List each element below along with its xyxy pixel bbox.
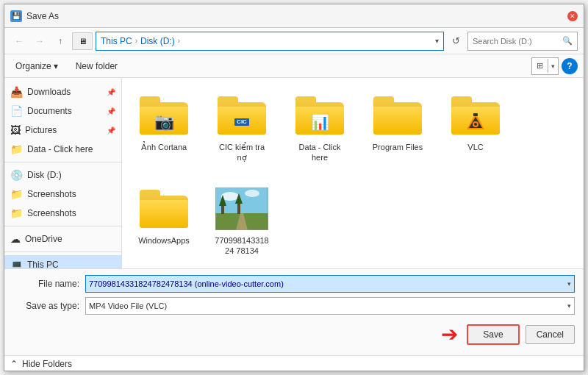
breadcrumb-this-pc[interactable]: This PC: [101, 36, 132, 46]
folder-inner-cortana: 📷: [146, 114, 182, 130]
pictures-icon: 🖼: [10, 124, 21, 136]
svg-rect-4: [473, 113, 478, 116]
back-button[interactable]: ←: [10, 32, 28, 50]
filename-label: File name:: [13, 279, 79, 289]
search-box[interactable]: 🔍: [467, 32, 578, 51]
save-button[interactable]: Save: [467, 324, 519, 345]
folder-shape-vlc: [451, 96, 500, 135]
folder-shape-data: 📊: [295, 96, 344, 135]
file-item-windows-apps[interactable]: WindowsApps: [131, 180, 197, 262]
new-folder-button[interactable]: New folder: [69, 58, 124, 74]
bottom-bar: File name: ▾ Save as type: MP4 Video Fil…: [4, 268, 584, 355]
drives-section: 💿 Disk (D:) 📁 Screenshots 📁 Screenshots: [4, 164, 121, 224]
file-item-data-click[interactable]: 📊 Data - Click here: [287, 87, 353, 168]
sidebar-divider1: [4, 162, 121, 162]
sidebar-label-screenshots1: Screenshots: [27, 189, 115, 199]
savetype-dropdown-arrow[interactable]: ▾: [564, 302, 574, 310]
address-dropdown-arrow[interactable]: ▾: [435, 37, 439, 45]
folder-shape-wa: [140, 190, 188, 228]
close-button[interactable]: ✕: [567, 11, 578, 21]
file-item-program-files[interactable]: Program Files: [365, 87, 431, 168]
red-arrow-indicator: ➔: [441, 322, 458, 346]
sidebar-divider3: [4, 251, 121, 252]
folder-icon-windows-apps: [137, 185, 190, 232]
main-content: 📥 Downloads 📌 📄 Documents 📌 🖼 Pictures 📌…: [4, 78, 584, 268]
title-bar: 💾 Save As ✕: [4, 4, 584, 28]
pin-icon-downloads: 📌: [107, 88, 115, 96]
sidebar-label-data: Data - Click here: [27, 144, 115, 154]
folder-front-wa: [140, 200, 188, 228]
downloads-icon: 📥: [10, 86, 23, 98]
view-button[interactable]: ⊞ ▾: [531, 57, 559, 75]
folder-inner-cic: CIC: [223, 114, 260, 130]
sidebar-item-data-click[interactable]: 📁 Data - Click here: [4, 140, 121, 159]
savetype-value: MP4 Video File (VLC): [86, 301, 564, 310]
sidebar-divider2: [4, 226, 121, 226]
file-grid: 📷 Ảnh Cortana: [131, 87, 575, 261]
location-icon-area: 🖥: [72, 32, 93, 50]
folder-icon-cic: CIC: [215, 92, 268, 139]
sidebar-item-onedrive[interactable]: ☁ OneDrive: [4, 229, 121, 249]
organize-button[interactable]: Organize ▾: [10, 58, 63, 74]
data-folder-icon: 📁: [10, 143, 23, 155]
view-dropdown-arrow[interactable]: ▾: [548, 60, 558, 72]
file-item-photo[interactable]: 77099814331824 78134: [209, 180, 275, 262]
savetype-row: Save as type: MP4 Video File (VLC) ▾: [13, 297, 575, 315]
buttons-row: ➔ Save Cancel: [13, 319, 575, 349]
sidebar-item-documents[interactable]: 📄 Documents 📌: [4, 101, 121, 121]
folder-shape-cic: CIC: [218, 96, 266, 135]
cancel-button[interactable]: Cancel: [526, 325, 575, 344]
folder-inner-data: 📊: [301, 114, 338, 130]
file-name-cic: CIC kiểm tra nợ: [214, 142, 270, 163]
sidebar-item-screenshots2[interactable]: 📁 Screenshots: [4, 204, 121, 223]
organize-toolbar: Organize ▾ New folder ⊞ ▾ ?: [4, 54, 584, 78]
breadcrumb-sep1: ›: [135, 37, 137, 45]
sidebar-item-this-pc[interactable]: 💻 This PC: [4, 255, 121, 268]
documents-icon: 📄: [10, 105, 23, 117]
view-grid-icon: ⊞: [532, 59, 548, 73]
pin-icon-documents: 📌: [107, 107, 115, 115]
filename-input[interactable]: [86, 279, 564, 288]
folder-icon-vlc: [449, 92, 502, 139]
file-name-program-files: Program Files: [373, 142, 423, 152]
sidebar-label-onedrive: OneDrive: [25, 234, 115, 244]
svg-point-3: [474, 123, 477, 126]
sidebar-item-pictures[interactable]: 🖼 Pictures 📌: [4, 121, 121, 140]
folder-icon-data: 📊: [293, 92, 346, 139]
sidebar-item-disk-d[interactable]: 💿 Disk (D:): [4, 165, 121, 185]
sidebar-label-documents: Documents: [27, 106, 102, 116]
address-bar[interactable]: This PC › Disk (D:) › ▾: [96, 32, 444, 51]
file-name-photo: 77099814331824 78134: [214, 235, 270, 257]
filename-dropdown-arrow[interactable]: ▾: [564, 280, 574, 288]
photo-thumbnail-svg: [215, 188, 268, 230]
sidebar-item-downloads[interactable]: 📥 Downloads 📌: [4, 82, 121, 101]
breadcrumb-disk-d[interactable]: Disk (D:): [140, 36, 175, 46]
sidebar-label-screenshots2: Screenshots: [27, 208, 115, 218]
organize-dropdown-icon: ▾: [54, 61, 58, 71]
sidebar: 📥 Downloads 📌 📄 Documents 📌 🖼 Pictures 📌…: [4, 78, 122, 268]
quick-access-section: 📥 Downloads 📌 📄 Documents 📌 🖼 Pictures 📌…: [4, 81, 121, 160]
forward-button[interactable]: →: [31, 32, 49, 50]
file-name-windows-apps: WindowsApps: [138, 235, 190, 246]
folder-icon-program-files: [371, 92, 424, 139]
hide-folders-bar[interactable]: ⌃ Hide Folders: [4, 355, 584, 371]
file-area: 📷 Ảnh Cortana: [122, 78, 584, 268]
organize-label: Organize: [15, 61, 51, 71]
file-item-vlc[interactable]: VLC: [442, 87, 509, 168]
search-input[interactable]: [473, 37, 559, 46]
savetype-select-wrap[interactable]: MP4 Video File (VLC) ▾: [85, 297, 575, 315]
file-item-cic[interactable]: CIC CIC kiểm tra nợ: [209, 87, 275, 168]
folder-front-vlc: [451, 107, 500, 135]
help-label: ?: [567, 61, 572, 71]
new-folder-label: New folder: [76, 61, 118, 71]
file-item-anh-cortana[interactable]: 📷 Ảnh Cortana: [131, 87, 197, 168]
title-bar-left: 💾 Save As: [10, 10, 59, 22]
refresh-button[interactable]: ↺: [447, 32, 465, 50]
help-button[interactable]: ?: [562, 58, 578, 74]
sidebar-item-screenshots1[interactable]: 📁 Screenshots: [4, 185, 121, 204]
svg-point-8: [245, 190, 259, 197]
file-name-anh-cortana: Ảnh Cortana: [141, 142, 187, 152]
folder-inner-vlc: [457, 114, 494, 130]
filename-input-wrap[interactable]: ▾: [85, 275, 575, 293]
up-button[interactable]: ↑: [51, 32, 69, 50]
